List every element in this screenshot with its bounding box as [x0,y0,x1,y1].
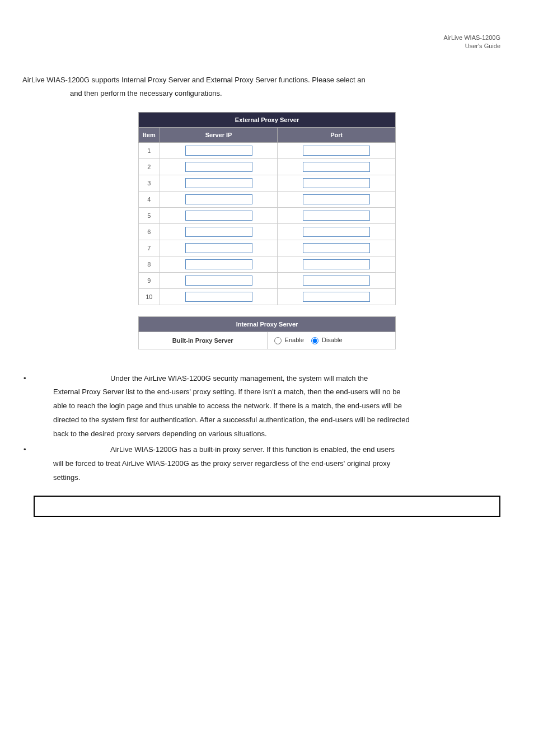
doc-title: User's Guide [465,43,500,49]
b1-l4: directed to the system first for authent… [53,413,500,427]
item-cell: 8 [139,256,160,273]
col-item: Item [139,128,160,143]
enable-label[interactable]: Enable [274,337,306,343]
intro-text: AirLive WIAS-1200G supports Internal Pro… [22,73,512,101]
port-input[interactable] [303,243,370,253]
port-input[interactable] [303,276,370,286]
table-row: 9 [139,273,396,289]
b1-l5: back to the desired proxy servers depend… [53,427,500,441]
internal-proxy-table: Internal Proxy Server Built-in Proxy Ser… [138,316,396,349]
port-cell [278,159,396,175]
port-cell [278,175,396,192]
serverip-cell [160,240,278,256]
bullet-list: Under the AirLive WIAS-1200G security ma… [34,372,500,485]
tables-container: External Proxy Server Item Server IP Por… [138,112,396,349]
col-serverip: Server IP [160,128,278,143]
serverip-cell [160,256,278,273]
item-cell: 2 [139,159,160,175]
table-row: 1 [139,143,396,159]
item-cell: 4 [139,192,160,208]
disable-label[interactable]: Disable [311,337,343,343]
item-cell: 10 [139,289,160,305]
port-cell [278,143,396,159]
serverip-cell [160,273,278,289]
bullet-ext-proxy: Under the AirLive WIAS-1200G security ma… [34,372,500,441]
radio-cell: Enable Disable [267,332,396,349]
serverip-input[interactable] [185,259,252,269]
built-in-proxy-label: Built-in Proxy Server [139,332,268,349]
serverip-cell [160,289,278,305]
port-input[interactable] [303,146,370,156]
b2-l1: AirLive WIAS-1200G has a built-in proxy … [110,445,395,454]
port-input[interactable] [303,211,370,221]
ext-title: External Proxy Server [139,113,396,128]
serverip-cell [160,159,278,175]
serverip-input[interactable] [185,194,252,204]
serverip-cell [160,143,278,159]
int-title-row: Internal Proxy Server [139,317,396,332]
port-cell [278,273,396,289]
disable-radio[interactable] [311,337,318,344]
disable-text: Disable [322,337,343,343]
serverip-input[interactable] [185,146,252,156]
port-input[interactable] [303,162,370,172]
item-cell: 3 [139,175,160,192]
serverip-input[interactable] [185,178,252,188]
port-input[interactable] [303,178,370,188]
table-row: 8 [139,256,396,273]
serverip-input[interactable] [185,227,252,237]
b1-l2: External Proxy Server list to the end-us… [53,385,500,399]
item-cell: 9 [139,273,160,289]
int-row: Built-in Proxy Server Enable Disable [139,332,396,349]
serverip-input[interactable] [185,162,252,172]
serverip-input[interactable] [185,243,252,253]
port-input[interactable] [303,292,370,302]
enable-text: Enable [285,337,304,343]
table-row: 10 [139,289,396,305]
enable-radio[interactable] [274,337,282,344]
serverip-cell [160,192,278,208]
product-name: AirLive WIAS-1200G [444,34,500,41]
ext-header-row: Item Server IP Port [139,128,396,143]
table-row: 6 [139,224,396,240]
port-cell [278,208,396,224]
serverip-input[interactable] [185,276,252,286]
note-box [34,496,500,517]
page-header: AirLive WIAS-1200G User's Guide [22,0,512,73]
col-port: Port [278,128,396,143]
serverip-input[interactable] [185,211,252,221]
b2-l2: will be forced to treat AirLive WIAS-120… [53,457,500,471]
port-input[interactable] [303,259,370,269]
port-cell [278,240,396,256]
table-row: 3 [139,175,396,192]
serverip-input[interactable] [185,292,252,302]
ext-title-row: External Proxy Server [139,113,396,128]
table-row: 5 [139,208,396,224]
port-cell [278,256,396,273]
table-row: 4 [139,192,396,208]
b1-l1: Under the AirLive WIAS-1200G security ma… [110,374,368,382]
b1-l3: able to reach the login page and thus un… [53,399,500,413]
b2-l3: settings. [53,471,500,485]
item-cell: 5 [139,208,160,224]
intro-line2: and then perform the necessary configura… [70,87,512,101]
item-cell: 7 [139,240,160,256]
port-cell [278,224,396,240]
port-cell [278,289,396,305]
item-cell: 6 [139,224,160,240]
intro-line1: AirLive WIAS-1200G supports Internal Pro… [22,73,512,87]
port-cell [278,192,396,208]
serverip-cell [160,175,278,192]
serverip-cell [160,224,278,240]
table-row: 7 [139,240,396,256]
bullet-int-proxy: AirLive WIAS-1200G has a built-in proxy … [34,443,500,484]
port-input[interactable] [303,194,370,204]
port-input[interactable] [303,227,370,237]
int-title: Internal Proxy Server [139,317,396,332]
external-proxy-table: External Proxy Server Item Server IP Por… [138,112,396,305]
table-row: 2 [139,159,396,175]
item-cell: 1 [139,143,160,159]
serverip-cell [160,208,278,224]
